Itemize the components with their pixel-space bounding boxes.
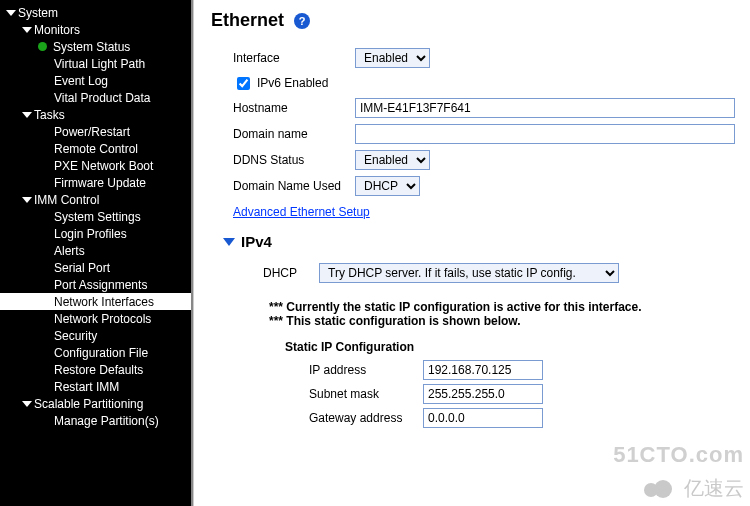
ddns-status-select[interactable]: Enabled: [355, 150, 430, 170]
ddns-status-label: DDNS Status: [233, 153, 355, 167]
sidebar-item-power-restart[interactable]: Power/Restart: [0, 123, 191, 140]
sidebar-item-security[interactable]: Security: [0, 327, 191, 344]
sidebar-item-remote-control[interactable]: Remote Control: [0, 140, 191, 157]
sidebar-item-virtual-light-path[interactable]: Virtual Light Path: [0, 55, 191, 72]
chevron-down-icon: [22, 197, 32, 203]
sidebar-item-event-log[interactable]: Event Log: [0, 72, 191, 89]
hostname-label: Hostname: [233, 101, 355, 115]
domain-name-label: Domain name: [233, 127, 355, 141]
sidebar-item-system-settings[interactable]: System Settings: [0, 208, 191, 225]
ip-address-input[interactable]: [423, 360, 543, 380]
page-title: Ethernet: [211, 10, 284, 31]
sidebar-tasks[interactable]: Tasks: [0, 106, 191, 123]
sidebar-item-network-interfaces[interactable]: Network Interfaces: [0, 293, 191, 310]
ipv4-section-title: IPv4: [241, 233, 272, 250]
main-panel: Ethernet ? Interface Enabled IPv6 Enable…: [193, 0, 750, 506]
sidebar-item-port-assignments[interactable]: Port Assignments: [0, 276, 191, 293]
chevron-down-icon: [22, 112, 32, 118]
sidebar-item-system-status[interactable]: System Status: [0, 38, 191, 55]
section-collapse-icon[interactable]: [223, 238, 235, 246]
hostname-input[interactable]: [355, 98, 735, 118]
sidebar-system-label: System: [18, 6, 58, 20]
ipv6-enabled-label: IPv6 Enabled: [257, 76, 328, 90]
subnet-mask-label: Subnet mask: [309, 387, 423, 401]
sidebar-item-configuration-file[interactable]: Configuration File: [0, 344, 191, 361]
chevron-down-icon: [6, 10, 16, 16]
domain-name-input[interactable]: [355, 124, 735, 144]
chevron-down-icon: [22, 27, 32, 33]
sidebar-monitors-label: Monitors: [34, 23, 80, 37]
sidebar-item-network-protocols[interactable]: Network Protocols: [0, 310, 191, 327]
sidebar-item-serial-port[interactable]: Serial Port: [0, 259, 191, 276]
sidebar-item-vital-product-data[interactable]: Vital Product Data: [0, 89, 191, 106]
sidebar-system[interactable]: System: [0, 4, 191, 21]
sidebar-nav: System Monitors System Status: [0, 0, 193, 506]
sidebar-item-manage-partitions[interactable]: Manage Partition(s): [0, 412, 191, 429]
interface-select[interactable]: Enabled: [355, 48, 430, 68]
sidebar-item-firmware-update[interactable]: Firmware Update: [0, 174, 191, 191]
subnet-mask-input[interactable]: [423, 384, 543, 404]
sidebar-item-alerts[interactable]: Alerts: [0, 242, 191, 259]
gateway-address-label: Gateway address: [309, 411, 423, 425]
interface-label: Interface: [233, 51, 355, 65]
dhcp-select[interactable]: Try DHCP server. If it fails, use static…: [319, 263, 619, 283]
static-ip-notice: *** Currently the static IP configuratio…: [207, 300, 750, 328]
sidebar-monitors[interactable]: Monitors: [0, 21, 191, 38]
domain-name-used-label: Domain Name Used: [233, 179, 355, 193]
ip-address-label: IP address: [309, 363, 423, 377]
ipv6-enabled-checkbox[interactable]: [237, 77, 250, 90]
dhcp-label: DHCP: [263, 266, 319, 280]
sidebar-item-login-profiles[interactable]: Login Profiles: [0, 225, 191, 242]
domain-name-used-select[interactable]: DHCP: [355, 176, 420, 196]
advanced-ethernet-setup-link[interactable]: Advanced Ethernet Setup: [207, 205, 370, 219]
sidebar-scalable-partitioning[interactable]: Scalable Partitioning: [0, 395, 191, 412]
status-dot-icon: [38, 42, 47, 51]
chevron-down-icon: [22, 401, 32, 407]
static-ip-heading: Static IP Configuration: [207, 340, 750, 354]
sidebar-item-restart-imm[interactable]: Restart IMM: [0, 378, 191, 395]
help-icon[interactable]: ?: [294, 13, 310, 29]
sidebar-item-pxe-network-boot[interactable]: PXE Network Boot: [0, 157, 191, 174]
sidebar-item-restore-defaults[interactable]: Restore Defaults: [0, 361, 191, 378]
sidebar-imm-control[interactable]: IMM Control: [0, 191, 191, 208]
gateway-address-input[interactable]: [423, 408, 543, 428]
